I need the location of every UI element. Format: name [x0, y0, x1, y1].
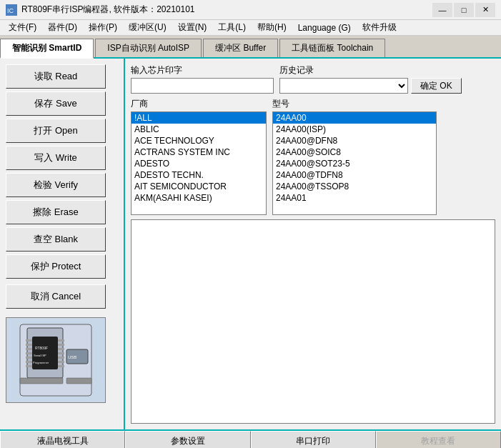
tab-buffer[interactable]: 缓冲区 Buffer	[203, 39, 278, 57]
erase-button[interactable]: 擦除 Erase	[6, 200, 106, 224]
history-select[interactable]	[279, 78, 408, 94]
svg-text:IC: IC	[7, 7, 14, 14]
model-container: 型号 24AA00 24AA00(ISP) 24AA00@DFN8 24AA00…	[272, 98, 437, 215]
device-svg: RT809F Serial ISP Programmer USB VGA IN …	[16, 321, 95, 399]
menu-language[interactable]: Language (G)	[292, 21, 357, 34]
menu-operation[interactable]: 操作(P)	[83, 20, 123, 35]
main-content: 读取 Read 保存 Save 打开 Open 写入 Write 检验 Veri…	[0, 59, 501, 429]
svg-rect-7	[26, 348, 32, 350]
open-button[interactable]: 打开 Open	[6, 119, 106, 143]
blank-button[interactable]: 查空 Blank	[6, 227, 106, 252]
tabbar: 智能识别 SmartID ISP自动识别 AutoISP 缓冲区 Buffer …	[0, 36, 501, 59]
list-item[interactable]: 24AA00@TSSOP8	[273, 181, 436, 192]
svg-rect-15	[58, 352, 64, 354]
manufacturer-label: 厂商	[131, 98, 267, 110]
device-image: RT809F Serial ISP Programmer USB VGA IN …	[6, 317, 106, 403]
chip-name-label: 输入芯片印字	[131, 64, 274, 76]
param-settings-button[interactable]: 参数设置	[125, 431, 250, 448]
manufacturer-listbox[interactable]: !ALL ABLIC ACE TECHNOLOGY ACTRANS SYSTEM…	[131, 111, 267, 215]
bottom-toolbar: 液晶电视工具 参数设置 串口打印 教程查看	[0, 429, 501, 448]
list-item[interactable]: !ALL	[132, 112, 266, 124]
list-item[interactable]: 24AA00@TDFN8	[273, 169, 436, 181]
svg-text:Serial ISP: Serial ISP	[34, 354, 46, 357]
list-item[interactable]: 24AA01	[273, 192, 436, 204]
read-button[interactable]: 读取 Read	[6, 64, 106, 89]
svg-rect-11	[26, 365, 32, 367]
svg-text:RT809F: RT809F	[35, 346, 48, 350]
menu-buffer[interactable]: 缓冲区(U)	[123, 20, 172, 35]
svg-rect-4	[32, 337, 58, 369]
tutorial-button: 教程查看	[376, 431, 501, 448]
titlebar-text: RT809F串行ISP编程器, 软件版本：20210101	[21, 4, 432, 16]
titlebar-buttons: — □ ✕	[432, 3, 495, 17]
lcd-tool-button[interactable]: 液晶电视工具	[0, 431, 125, 448]
chip-input-row: 输入芯片印字 历史记录 确定 OK	[131, 64, 495, 94]
list-item[interactable]: AKM(ASAHI KASEI)	[132, 192, 266, 204]
maximize-button[interactable]: □	[454, 3, 474, 17]
list-item[interactable]: 24AA00(ISP)	[273, 124, 436, 135]
svg-rect-17	[58, 361, 64, 363]
menu-file[interactable]: 文件(F)	[3, 20, 42, 35]
model-listbox[interactable]: 24AA00 24AA00(ISP) 24AA00@DFN8 24AA00@SO…	[272, 111, 437, 215]
list-item[interactable]: 24AA00	[273, 112, 436, 124]
svg-rect-14	[58, 348, 64, 350]
svg-rect-18	[58, 365, 64, 367]
model-label: 型号	[272, 98, 437, 110]
manufacturer-container: 厂商 !ALL ABLIC ACE TECHNOLOGY ACTRANS SYS…	[131, 98, 267, 215]
write-button[interactable]: 写入 Write	[6, 146, 106, 170]
svg-rect-9	[26, 357, 32, 359]
list-item[interactable]: ABLIC	[132, 124, 266, 135]
svg-rect-6	[26, 344, 32, 346]
ok-button[interactable]: 确定 OK	[411, 78, 462, 94]
list-item[interactable]: 24AA00@SOT23-5	[273, 158, 436, 169]
list-item[interactable]: ADESTO	[132, 158, 266, 169]
cancel-button[interactable]: 取消 Cancel	[6, 284, 106, 309]
lists-row: 厂商 !ALL ABLIC ACE TECHNOLOGY ACTRANS SYS…	[131, 98, 495, 215]
chip-name-input[interactable]	[131, 78, 274, 94]
tab-autoisp[interactable]: ISP自动识别 AutoISP	[95, 39, 202, 57]
menu-tools[interactable]: 工具(L)	[212, 20, 252, 35]
app-icon: IC	[6, 4, 17, 16]
menu-help[interactable]: 帮助(H)	[252, 20, 292, 35]
close-button[interactable]: ✕	[475, 3, 495, 17]
left-panel: 读取 Read 保存 Save 打开 Open 写入 Write 检验 Veri…	[0, 59, 125, 429]
list-item[interactable]: AIT SEMICONDUCTOR	[132, 181, 266, 192]
list-item[interactable]: 24AA00@DFN8	[273, 135, 436, 146]
menu-settings[interactable]: 设置(N)	[172, 20, 213, 35]
titlebar: IC RT809F串行ISP编程器, 软件版本：20210101 — □ ✕	[0, 0, 501, 20]
list-item[interactable]: ADESTO TECHN.	[132, 169, 266, 181]
menu-device[interactable]: 器件(D)	[42, 20, 83, 35]
svg-rect-8	[26, 352, 32, 354]
svg-rect-13	[58, 344, 64, 346]
serial-print-button[interactable]: 串口打印	[251, 431, 376, 448]
protect-button[interactable]: 保护 Protect	[6, 254, 106, 279]
tab-toolchain[interactable]: 工具链面板 Toolchain	[279, 39, 385, 57]
verify-button[interactable]: 检验 Verify	[6, 173, 106, 197]
list-item[interactable]: 24AA00@SOIC8	[273, 146, 436, 158]
output-area[interactable]	[131, 219, 495, 424]
list-item[interactable]: ACE TECHNOLOGY	[132, 135, 266, 146]
minimize-button[interactable]: —	[432, 3, 452, 17]
right-panel: 输入芯片印字 历史记录 确定 OK 厂商 !ALL ABLIC	[125, 59, 501, 429]
svg-rect-10	[26, 361, 32, 363]
menu-upgrade[interactable]: 软件升级	[357, 20, 402, 35]
menubar: 文件(F) 器件(D) 操作(P) 缓冲区(U) 设置(N) 工具(L) 帮助(…	[0, 20, 501, 36]
svg-rect-27	[66, 378, 91, 384]
svg-rect-26	[20, 378, 63, 384]
list-item[interactable]: ACTRANS SYSTEM INC	[132, 146, 266, 158]
svg-rect-5	[26, 339, 32, 342]
svg-rect-16	[58, 357, 64, 359]
svg-text:Programmer: Programmer	[33, 361, 49, 364]
save-button[interactable]: 保存 Save	[6, 91, 106, 116]
history-label: 历史记录	[279, 64, 462, 76]
svg-text:USB: USB	[68, 355, 76, 359]
svg-rect-12	[58, 339, 64, 342]
tab-smartid[interactable]: 智能识别 SmartID	[0, 39, 94, 59]
